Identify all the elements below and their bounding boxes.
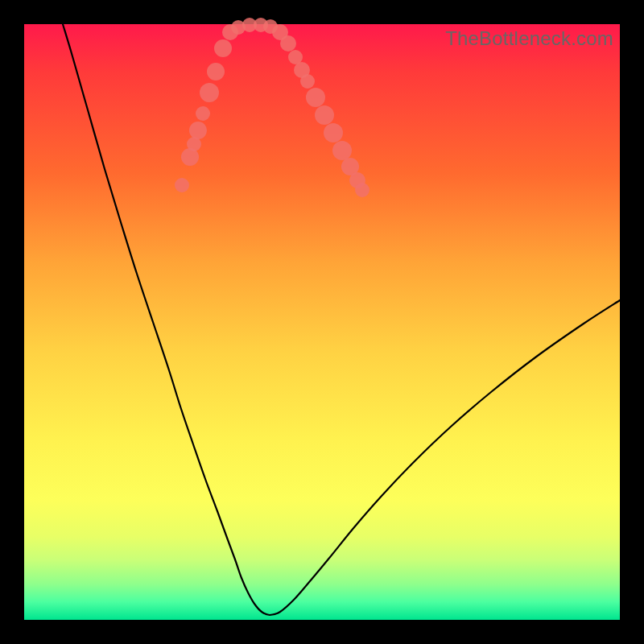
curve-marker bbox=[189, 122, 207, 139]
curve-marker bbox=[324, 123, 343, 142]
curve-marker bbox=[175, 178, 189, 192]
curve-marker bbox=[315, 105, 334, 125]
curve-marker bbox=[280, 35, 296, 52]
plot-area: TheBottleneck.com bbox=[24, 24, 620, 620]
curve-marker bbox=[332, 141, 352, 160]
curve-marker bbox=[207, 63, 225, 80]
bottleneck-curve bbox=[63, 24, 620, 615]
chart-svg bbox=[24, 24, 620, 620]
curve-marker bbox=[355, 183, 369, 197]
marker-group bbox=[175, 18, 369, 197]
curve-marker bbox=[200, 83, 219, 102]
curve-marker bbox=[300, 74, 315, 89]
chart-frame: TheBottleneck.com bbox=[0, 0, 644, 644]
curve-marker bbox=[306, 88, 325, 107]
curve-marker bbox=[196, 106, 210, 121]
curve-marker bbox=[214, 39, 232, 57]
